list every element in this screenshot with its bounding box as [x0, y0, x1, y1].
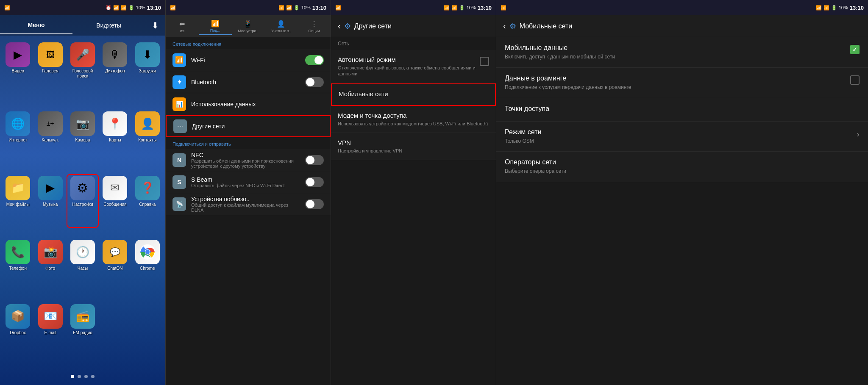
- app-download[interactable]: ⬇ Загрузки: [133, 42, 162, 108]
- operators-item[interactable]: Операторы сети Выберите оператора сети: [496, 152, 868, 182]
- mobile-data-item[interactable]: Мобильные данные Включить доступ к данны…: [496, 37, 868, 68]
- sbeam-toggle-switch[interactable]: [305, 177, 324, 187]
- mobile-networks-item[interactable]: Мобильные сети: [331, 83, 496, 106]
- app-gallery[interactable]: 🖼 Галерея: [36, 42, 64, 108]
- signal-icon: 📶: [121, 5, 127, 11]
- alarm-icon: ⏰: [106, 5, 111, 11]
- wifi-icon: 📶: [444, 5, 450, 11]
- bt-toggle[interactable]: [305, 77, 324, 87]
- app-chrome[interactable]: Chrome: [133, 240, 162, 300]
- app-label-messages: Сообщения: [103, 202, 126, 207]
- svg-point-5: [145, 250, 150, 254]
- app-myfiles[interactable]: 📁 Мои файлы: [3, 176, 32, 236]
- app-dictophone[interactable]: 🎙 Диктофон: [100, 42, 129, 108]
- dot-1[interactable]: [71, 375, 74, 378]
- network-mode-item[interactable]: Режим сети Только GSM ›: [496, 122, 868, 152]
- airplane-mode-item[interactable]: Автономный режим Отключение функций вызо…: [331, 50, 496, 83]
- wifi-icon: 📶: [278, 5, 284, 11]
- app-icon-phone: 📞: [6, 240, 30, 264]
- status-left: 📶: [501, 5, 506, 11]
- nfc-toggle[interactable]: [305, 155, 324, 165]
- settings-wifi[interactable]: 📶 Wi-Fi: [166, 49, 331, 71]
- app-internet[interactable]: 🌐 Интернет: [3, 111, 32, 172]
- dot-2[interactable]: [78, 375, 81, 378]
- app-email[interactable]: 📧 E-mail: [36, 304, 64, 365]
- header-settings-icon-mobile: ⚙: [509, 22, 516, 31]
- mydevice-tab-icon: 📱: [244, 20, 252, 28]
- app-camera[interactable]: 📷 Камера: [68, 111, 97, 172]
- app-help[interactable]: ❓ Справка: [133, 176, 162, 236]
- settings-datausage[interactable]: 📊 Использование данных: [166, 93, 331, 115]
- sbeam-item-subtitle: Отправить файлы через NFC и Wi-Fi Direct: [191, 183, 302, 188]
- panel-mobile-networks: 📶 📶 📶 🔋 10% 13:10 ‹ ⚙ Мобильные сети Моб…: [496, 0, 868, 385]
- back-button[interactable]: ‹: [338, 21, 341, 31]
- tab-widgets[interactable]: Виджеты: [72, 17, 145, 34]
- app-clock[interactable]: 🕐 Часы: [68, 240, 97, 300]
- sbeam-toggle[interactable]: [305, 177, 324, 187]
- status-time: 13:10: [312, 5, 326, 11]
- app-icon-messages: ✉: [103, 176, 127, 200]
- vpn-item[interactable]: VPN Настройка и управление VPN: [331, 133, 496, 160]
- app-settings[interactable]: ⚙ Настройки: [68, 176, 97, 236]
- tab-accounts[interactable]: 👤 Учетные з..: [264, 18, 298, 35]
- access-points-title: Точки доступа: [505, 105, 860, 113]
- download-icon[interactable]: ⬇: [145, 20, 165, 30]
- app-icon-maps: 📍: [103, 111, 127, 136]
- status-time: 13:10: [850, 5, 864, 11]
- nearby-toggle-switch[interactable]: [305, 199, 324, 209]
- app-dropbox[interactable]: 📦 Dropbox: [3, 304, 32, 365]
- app-phone[interactable]: 📞 Телефон: [3, 240, 32, 300]
- settings-othernets[interactable]: ⋯ Другие сети: [166, 115, 331, 137]
- dot-3[interactable]: [84, 375, 88, 378]
- sim-icon: 📶: [4, 5, 10, 11]
- nfc-toggle-switch[interactable]: [305, 155, 324, 165]
- app-label-photo: Фото: [45, 266, 55, 271]
- app-chaton[interactable]: 💬 ChatON: [100, 240, 129, 300]
- app-maps[interactable]: 📍 Карты: [100, 111, 129, 172]
- data-roaming-check[interactable]: [850, 75, 860, 85]
- status-right: 📶 📶 🔋 10% 13:10: [816, 5, 864, 11]
- app-icon-dropbox: 📦: [6, 304, 30, 329]
- wifi-toggle[interactable]: [305, 55, 324, 65]
- tab-menu[interactable]: Меню: [0, 17, 72, 34]
- app-video[interactable]: ▶ Видео: [3, 42, 32, 108]
- tab-back-label: ия: [180, 29, 184, 33]
- settings-sbeam[interactable]: S S Beam Отправить файлы через NFC и Wi-…: [166, 171, 331, 193]
- settings-nfc[interactable]: N NFC Разрешить обмен данными при прикос…: [166, 149, 331, 171]
- nearby-toggle[interactable]: [305, 199, 324, 209]
- app-label-calculator: Калькул.: [42, 138, 58, 143]
- bt-toggle-switch[interactable]: [305, 77, 324, 87]
- app-music[interactable]: ▶ Музыка: [36, 176, 64, 236]
- back-button-mobile[interactable]: ‹: [503, 21, 506, 31]
- app-calculator[interactable]: ±÷ Калькул.: [36, 111, 64, 172]
- modem-item[interactable]: Модем и точка доступа Использовать устро…: [331, 106, 496, 133]
- tab-options[interactable]: ⋮ Опции: [298, 18, 331, 35]
- mobile-data-checkbox[interactable]: [850, 45, 860, 54]
- data-roaming-item[interactable]: Данные в роаминге Подключение к услугам …: [496, 68, 868, 98]
- settings-nearby[interactable]: 📡 Устройства поблизо.. Общий доступ к фа…: [166, 193, 331, 215]
- app-photo[interactable]: 📸 Фото: [36, 240, 64, 300]
- airplane-checkbox[interactable]: [480, 57, 489, 66]
- status-right: 📶 📶 🔋 10% 13:10: [444, 5, 492, 11]
- tab-accounts-label: Учетные з..: [271, 29, 291, 33]
- app-contacts[interactable]: 👤 Контакты: [133, 111, 162, 172]
- dot-4[interactable]: [91, 375, 95, 378]
- settings-bluetooth[interactable]: ✦ Bluetooth: [166, 71, 331, 93]
- app-label-gallery: Галерея: [42, 69, 58, 74]
- app-icon-voice: 🎤: [70, 42, 95, 67]
- app-label-camera: Камера: [75, 138, 90, 143]
- tab-mydevice[interactable]: 📱 Мое устро..: [232, 18, 265, 35]
- tab-connections[interactable]: 📶 Под...: [199, 18, 232, 35]
- data-roaming-checkbox[interactable]: [850, 75, 860, 85]
- mobile-data-check[interactable]: [850, 45, 860, 54]
- wifi-toggle-switch[interactable]: [305, 55, 324, 65]
- battery-icon: 🔋: [459, 5, 465, 11]
- app-fmradio[interactable]: 📻 FM-радио: [68, 304, 97, 365]
- app-voice[interactable]: 🎤 Голосовой поиск: [68, 42, 97, 108]
- app-messages[interactable]: ✉ Сообщения: [100, 176, 129, 236]
- network-mode-chevron[interactable]: ›: [853, 129, 860, 139]
- access-points-item[interactable]: Точки доступа: [496, 98, 868, 122]
- nfc-item-icon: N: [172, 153, 186, 167]
- nfc-item-text: NFC Разрешить обмен данными при прикосно…: [191, 152, 302, 169]
- tab-back[interactable]: ⬅ ия: [166, 18, 199, 35]
